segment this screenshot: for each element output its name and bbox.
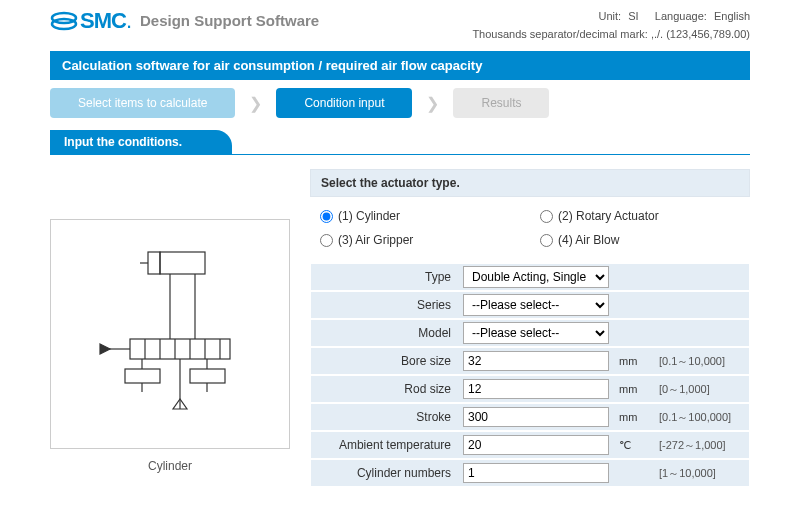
label-cylnum: Cylinder numbers [311,466,461,480]
input-rod[interactable] [463,379,609,399]
range-cylnum: [1～10,000] [651,466,716,481]
actuator-type-header: Select the actuator type. [310,169,750,197]
lang-value[interactable]: English [714,10,750,22]
logo-text: SMC [80,8,126,34]
input-bore[interactable] [463,351,609,371]
logo-dot: . [126,8,132,34]
step-select-items[interactable]: Select items to calculate [50,88,235,118]
range-rod: [0～1,000] [651,382,710,397]
range-stroke: [0.1～100,000] [651,410,731,425]
diagram-caption: Cylinder [50,459,290,473]
radio-label: (3) Air Gripper [338,233,413,247]
radio-rotary-input[interactable] [540,210,553,223]
unit-value[interactable]: SI [628,10,638,22]
header-settings: Unit: SI Language: English Thousands sep… [472,8,750,43]
label-stroke: Stroke [311,410,461,424]
row-temp: Ambient temperature ℃ [-272～1,000] [310,431,750,459]
radio-cylinder[interactable]: (1) Cylinder [320,209,520,223]
radio-label: (1) Cylinder [338,209,400,223]
radio-label: (4) Air Blow [558,233,619,247]
row-series: Series --Please select-- [310,291,750,319]
input-cylnum[interactable] [463,463,609,483]
step-results: Results [453,88,549,118]
step-condition-input[interactable]: Condition input [276,88,412,118]
radio-label: (2) Rotary Actuator [558,209,659,223]
select-type[interactable]: Double Acting, Single Rod [463,266,609,288]
radio-cylinder-input[interactable] [320,210,333,223]
cylinder-schematic-icon [70,244,270,424]
content: Cylinder Select the actuator type. (1) C… [0,155,800,487]
range-temp: [-272～1,000] [651,438,726,453]
cylinder-diagram [50,219,290,449]
unit-bore: mm [611,355,651,367]
svg-rect-18 [190,369,225,383]
page-title: Calculation software for air consumption… [50,51,750,80]
label-rod: Rod size [311,382,461,396]
unit-label: Unit: [599,10,622,22]
unit-temp: ℃ [611,439,651,452]
row-model: Model --Please select-- [310,319,750,347]
logo: SMC. [50,8,132,34]
row-cylnum: Cylinder numbers [1～10,000] [310,459,750,487]
row-rod: Rod size mm [0～1,000] [310,375,750,403]
chevron-right-icon: ❯ [426,94,439,113]
select-model[interactable]: --Please select-- [463,322,609,344]
row-type: Type Double Acting, Single Rod [310,263,750,291]
unit-rod: mm [611,383,651,395]
label-series: Series [311,298,461,312]
separator-label: Thousands separator/decimal mark: ,./. (… [472,26,750,44]
header: SMC. Design Support Software Unit: SI La… [0,0,800,47]
range-bore: [0.1～10,000] [651,354,725,369]
label-model: Model [311,326,461,340]
row-bore: Bore size mm [0.1～10,000] [310,347,750,375]
step-nav: Select items to calculate ❯ Condition in… [0,88,800,130]
svg-rect-3 [148,252,160,274]
svg-rect-2 [160,252,205,274]
radio-gripper-input[interactable] [320,234,333,247]
label-bore: Bore size [311,354,461,368]
section-tab-wrapper: Input the conditions. [0,130,800,155]
app-title: Design Support Software [140,12,319,29]
lang-label: Language: [655,10,707,22]
section-tab: Input the conditions. [50,130,232,154]
select-series[interactable]: --Please select-- [463,294,609,316]
parameters-form: Type Double Acting, Single Rod Series --… [310,263,750,487]
row-stroke: Stroke mm [0.1～100,000] [310,403,750,431]
radio-airblow-input[interactable] [540,234,553,247]
label-type: Type [311,270,461,284]
label-temp: Ambient temperature [311,438,461,452]
svg-rect-15 [125,369,160,383]
radio-gripper[interactable]: (3) Air Gripper [320,233,520,247]
radio-rotary[interactable]: (2) Rotary Actuator [540,209,740,223]
diagram-column: Cylinder [50,169,290,487]
unit-stroke: mm [611,411,651,423]
radio-airblow[interactable]: (4) Air Blow [540,233,740,247]
actuator-options: (1) Cylinder (2) Rotary Actuator (3) Air… [310,197,750,259]
form-column: Select the actuator type. (1) Cylinder (… [310,169,750,487]
chevron-right-icon: ❯ [249,94,262,113]
logo-icon [50,10,78,32]
input-temp[interactable] [463,435,609,455]
input-stroke[interactable] [463,407,609,427]
